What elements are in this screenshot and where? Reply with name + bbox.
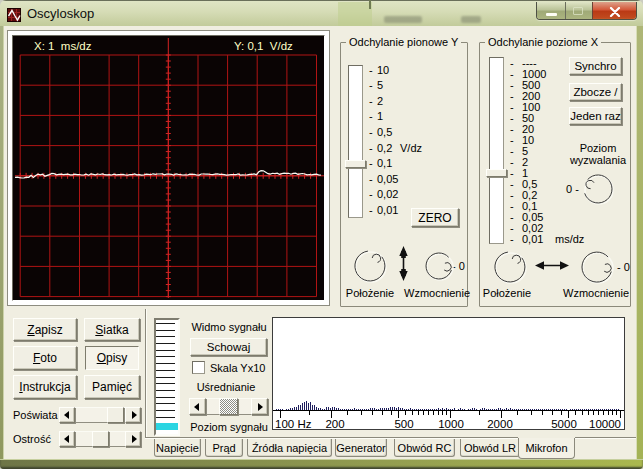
svg-text:1000: 1000 (438, 418, 464, 429)
svg-text:500: 500 (394, 418, 413, 429)
svg-text:100 Hz: 100 Hz (275, 418, 312, 429)
svg-text:200: 200 (325, 418, 344, 429)
svg-text:Y: 0,1 V/dz: Y: 0,1 V/dz (234, 40, 293, 52)
svg-text:X: 1 ms/dz: X: 1 ms/dz (34, 40, 92, 52)
svg-text:5000: 5000 (551, 418, 577, 429)
svg-text:10000: 10000 (589, 418, 621, 429)
svg-text:2000: 2000 (487, 418, 513, 429)
